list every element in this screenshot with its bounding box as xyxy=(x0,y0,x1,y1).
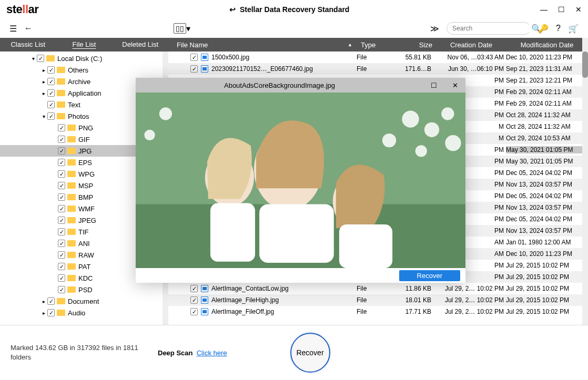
cell-modification: Nov 13, 2024 03:57 PM xyxy=(506,181,588,188)
checkbox-icon[interactable]: ✓ xyxy=(58,251,65,259)
cell-name: AlertImage_FileHigh.jpg xyxy=(211,296,357,304)
key-icon[interactable]: 🔑 xyxy=(538,24,549,34)
cell-creation: Nov 06, …03:43 AM xyxy=(437,54,506,61)
checkbox-icon[interactable]: ✓ xyxy=(47,89,55,97)
cell-type: File xyxy=(357,285,389,292)
checkbox-icon[interactable]: ✓ xyxy=(58,263,65,270)
file-icon xyxy=(201,296,208,304)
checkbox-icon[interactable]: ✓ xyxy=(58,170,65,178)
file-icon xyxy=(201,285,208,292)
tree-item-audio[interactable]: ▸✓Audio xyxy=(0,307,168,319)
col-filename[interactable]: File Name▲ xyxy=(168,41,357,49)
tree-item-local-disk-c-[interactable]: ▾✓Local Disk (C:) xyxy=(0,53,168,64)
checkbox-icon[interactable]: ✓ xyxy=(58,136,65,143)
folder-icon xyxy=(67,148,76,154)
tree-label: Application xyxy=(68,89,102,97)
minimize-button[interactable]: — xyxy=(540,5,548,14)
file-row[interactable]: ✓AlertImage_FileHigh.jpgFile18.01 KBJul … xyxy=(168,294,588,306)
cell-name: AlertImage_FileOff.jpg xyxy=(211,308,357,315)
file-row[interactable]: ✓AlertImage_ContactLow.jpgFile11.86 KBJu… xyxy=(168,283,588,294)
view-grid-icon[interactable]: ▯▯▾ xyxy=(174,23,190,34)
checkbox-icon[interactable]: ✓ xyxy=(58,147,65,155)
tab-file-list[interactable]: File List xyxy=(56,38,113,52)
tree-label: Local Disk (C:) xyxy=(57,55,102,63)
checkbox-icon[interactable]: ✓ xyxy=(58,193,65,201)
checkbox-icon[interactable]: ✓ xyxy=(58,228,65,235)
search-input[interactable] xyxy=(452,25,531,32)
tree-item-document[interactable]: ▸✓Document xyxy=(0,295,168,307)
back-button[interactable]: ← xyxy=(24,24,33,33)
tree-label: PSD xyxy=(78,286,93,294)
maximize-button[interactable]: ☐ xyxy=(558,5,565,14)
checkbox-icon[interactable]: ✓ xyxy=(37,55,44,62)
back-icon[interactable]: ↪ xyxy=(229,5,236,14)
svg-point-15 xyxy=(144,130,155,140)
title-bar: stellar ↪Stellar Data Recovery Standard … xyxy=(0,0,588,19)
menu-icon[interactable]: ☰ xyxy=(9,24,17,34)
col-size[interactable]: Size xyxy=(389,41,437,49)
checkbox-icon[interactable]: ✓ xyxy=(190,296,198,304)
folder-icon xyxy=(67,240,76,247)
search-box[interactable]: 🔍 xyxy=(447,22,531,35)
preview-recover-button[interactable]: Recover xyxy=(399,270,460,281)
checkbox-icon[interactable]: ✓ xyxy=(47,297,55,305)
col-modification[interactable]: Modification Date xyxy=(506,41,588,49)
cell-type: File xyxy=(357,296,389,304)
checkbox-icon[interactable]: ✓ xyxy=(47,101,55,108)
folder-icon xyxy=(67,275,76,281)
file-row[interactable]: ✓1500x500.jpgFile55.81 KBNov 06, …03:43 … xyxy=(168,52,588,63)
checkbox-icon[interactable]: ✓ xyxy=(58,274,65,282)
cell-modification: May 30, 2021 01:05 PM xyxy=(506,146,588,153)
tree-label: ANI xyxy=(78,240,90,248)
cell-modification: May 30, 2021 01:05 PM xyxy=(506,158,588,165)
svg-rect-6 xyxy=(210,203,255,262)
checkbox-icon[interactable]: ✓ xyxy=(58,124,65,131)
checkbox-icon[interactable]: ✓ xyxy=(190,54,198,61)
cell-modification: Dec 10, 2020 11:23 PM xyxy=(506,54,588,61)
content-scrollbar[interactable] xyxy=(582,38,588,325)
help-icon[interactable]: ? xyxy=(556,24,561,33)
col-type[interactable]: Type xyxy=(357,41,389,49)
folder-icon xyxy=(67,229,76,235)
recover-button[interactable]: Recover xyxy=(290,333,330,373)
cell-modification: Jul 29, 2015 10:02 PM xyxy=(506,262,588,269)
deep-scan-link[interactable]: Click here xyxy=(197,349,227,357)
svg-point-8 xyxy=(402,110,419,127)
checkbox-icon[interactable]: ✓ xyxy=(58,159,65,166)
tab-deleted-list[interactable]: Deleted List xyxy=(112,38,168,52)
checkbox-icon[interactable]: ✓ xyxy=(47,78,55,85)
tab-classic-list[interactable]: Classic List xyxy=(0,38,56,52)
tree-label: WPG xyxy=(78,170,95,178)
checkbox-icon[interactable]: ✓ xyxy=(58,286,65,293)
folder-icon xyxy=(57,67,65,73)
checkbox-icon[interactable]: ✓ xyxy=(190,65,198,73)
cell-modification: Dec 10, 2020 11:23 PM xyxy=(506,250,588,258)
checkbox-icon[interactable]: ✓ xyxy=(47,66,55,74)
checkbox-icon[interactable]: ✓ xyxy=(58,240,65,247)
deep-scan: Deep Scan Click here xyxy=(158,349,227,357)
cell-size: 17.71 KB xyxy=(389,308,437,315)
checkbox-icon[interactable]: ✓ xyxy=(58,217,65,224)
tree-label: JPG xyxy=(78,147,92,155)
cell-creation: Jul 29, 2… 10:02 PM xyxy=(437,296,506,304)
cart-icon[interactable]: 🛒 xyxy=(568,24,579,34)
preview-titlebar: AboutAdsCoreBackgroundImage.jpg ☐ ✕ xyxy=(136,78,465,93)
tree-label: GIF xyxy=(78,136,90,143)
checkbox-icon[interactable]: ✓ xyxy=(58,182,65,189)
checkbox-icon[interactable]: ✓ xyxy=(58,205,65,212)
checkbox-icon[interactable]: ✓ xyxy=(47,112,55,120)
preview-close[interactable]: ✕ xyxy=(444,81,465,89)
folder-icon xyxy=(67,159,76,166)
close-button[interactable]: ✕ xyxy=(575,5,582,14)
expand-icon[interactable]: ≫ xyxy=(430,24,439,34)
checkbox-icon[interactable]: ✓ xyxy=(190,308,198,315)
tree-item-others[interactable]: ▸✓Others xyxy=(0,64,168,76)
file-row[interactable]: ✓AlertImage_FileOff.jpgFile17.71 KBJul 2… xyxy=(168,306,588,317)
tree-item-psd[interactable]: ✓PSD xyxy=(0,284,168,295)
cell-size: 55.81 KB xyxy=(389,54,437,61)
checkbox-icon[interactable]: ✓ xyxy=(47,309,55,316)
file-row[interactable]: ✓20230921170152…_E06677460.jpgFile171.6…… xyxy=(168,63,588,75)
col-creation[interactable]: Creation Date xyxy=(437,41,506,49)
checkbox-icon[interactable]: ✓ xyxy=(190,285,198,292)
preview-maximize[interactable]: ☐ xyxy=(423,81,444,89)
